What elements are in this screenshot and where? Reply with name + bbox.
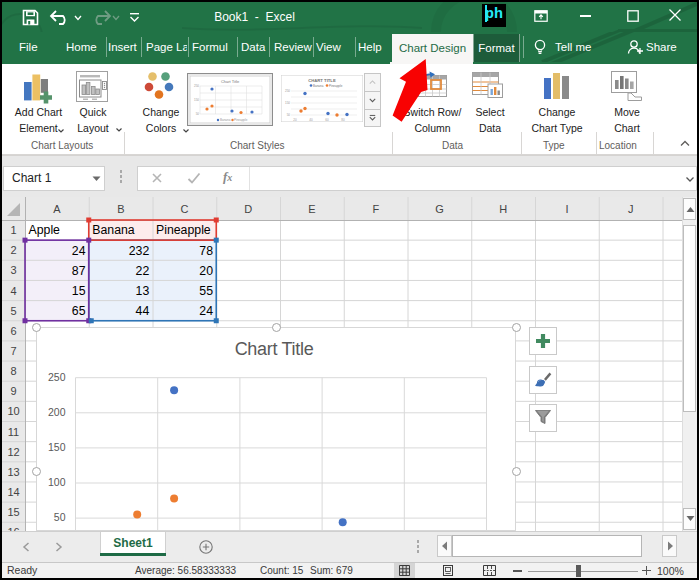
- svg-text:11: 11: [8, 426, 19, 438]
- svg-text:G: G: [435, 203, 444, 215]
- svg-text:1: 1: [10, 224, 16, 236]
- svg-text:12: 12: [7, 446, 19, 458]
- svg-text:8: 8: [10, 365, 16, 377]
- svg-text:F: F: [372, 203, 379, 215]
- svg-text:13: 13: [7, 466, 19, 478]
- svg-text:14: 14: [7, 486, 19, 498]
- svg-text:B: B: [117, 203, 124, 215]
- svg-text:E: E: [308, 203, 315, 215]
- svg-text:Apple: Apple: [29, 223, 61, 237]
- svg-text:55: 55: [199, 284, 213, 298]
- svg-text:Banana: Banana: [313, 84, 324, 88]
- svg-text:15: 15: [72, 284, 86, 298]
- svg-text:150: 150: [194, 98, 199, 102]
- svg-text:6: 6: [10, 325, 16, 337]
- svg-text:13: 13: [136, 284, 150, 298]
- svg-text:20: 20: [199, 264, 213, 278]
- svg-text:I: I: [565, 203, 568, 215]
- svg-text:150: 150: [285, 101, 290, 105]
- svg-text:Chart Title: Chart Title: [221, 79, 240, 84]
- svg-text:87: 87: [72, 264, 86, 278]
- svg-text:250: 250: [285, 89, 290, 93]
- svg-text:D: D: [244, 203, 252, 215]
- svg-text:A: A: [53, 203, 61, 215]
- svg-text:Pineapple: Pineapple: [234, 118, 248, 122]
- svg-text:22: 22: [136, 264, 150, 278]
- svg-text:2: 2: [10, 244, 16, 256]
- svg-text:Banana: Banana: [92, 223, 135, 237]
- svg-text:Pineapple: Pineapple: [156, 223, 211, 237]
- svg-text:5: 5: [10, 305, 16, 317]
- svg-text:7: 7: [10, 345, 16, 357]
- svg-text:65: 65: [72, 304, 86, 318]
- svg-text:CHART TITLE: CHART TITLE: [308, 78, 336, 83]
- svg-text:40: 40: [309, 118, 313, 122]
- svg-text:232: 232: [129, 244, 150, 258]
- svg-text:Banana: Banana: [220, 118, 231, 122]
- svg-text:20: 20: [293, 118, 297, 122]
- svg-text:50: 50: [287, 113, 291, 117]
- svg-text:50: 50: [196, 112, 200, 116]
- svg-text:Pineapple: Pineapple: [329, 84, 343, 88]
- svg-text:80: 80: [341, 118, 345, 122]
- svg-text:3: 3: [10, 264, 16, 276]
- svg-text:24: 24: [199, 304, 213, 318]
- svg-text:9: 9: [10, 385, 16, 397]
- svg-text:15: 15: [7, 506, 19, 518]
- svg-text:10: 10: [7, 405, 19, 417]
- svg-text:4: 4: [10, 285, 16, 297]
- svg-text:24: 24: [72, 244, 86, 258]
- svg-text:60: 60: [325, 118, 329, 122]
- svg-text:44: 44: [136, 304, 150, 318]
- svg-text:H: H: [499, 203, 507, 215]
- svg-text:250: 250: [194, 84, 199, 88]
- svg-text:78: 78: [199, 244, 213, 258]
- svg-text:C: C: [181, 203, 189, 215]
- svg-text:J: J: [628, 203, 634, 215]
